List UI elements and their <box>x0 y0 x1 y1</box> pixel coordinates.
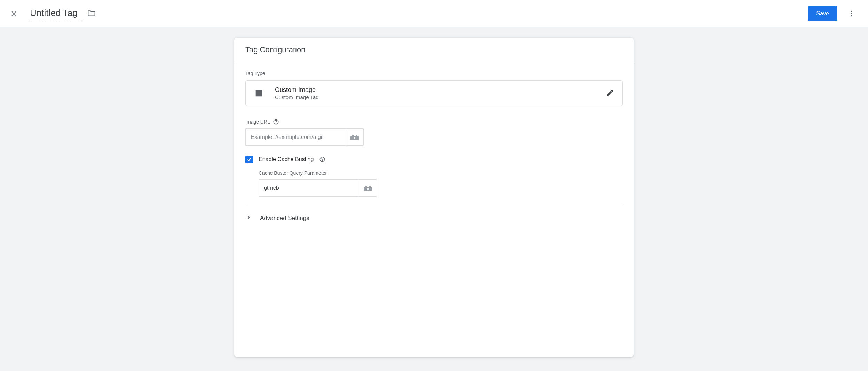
image-url-variable-button[interactable] <box>346 128 364 146</box>
tag-name-input[interactable] <box>29 7 81 20</box>
tag-configuration-card: Tag Configuration Tag Type Custom Image … <box>234 38 634 357</box>
svg-rect-16 <box>367 188 369 190</box>
help-icon <box>319 156 325 163</box>
image-url-field: Image URL <box>245 119 623 146</box>
svg-rect-8 <box>352 135 354 136</box>
folder-button[interactable] <box>87 9 96 18</box>
cache-buster-param-label: Cache Buster Query Parameter <box>259 170 623 176</box>
svg-point-4 <box>851 15 852 16</box>
cache-busting-label: Enable Cache Busting <box>259 156 314 163</box>
svg-point-2 <box>851 10 852 12</box>
advanced-settings-toggle[interactable]: Advanced Settings <box>234 205 634 231</box>
editor-header: Save <box>0 0 868 27</box>
cache-busting-row: Enable Cache Busting <box>245 156 623 163</box>
image-url-label: Image URL <box>245 119 270 125</box>
chevron-right-icon <box>245 214 252 222</box>
more-menu-button[interactable] <box>844 7 858 21</box>
pencil-icon <box>606 89 614 97</box>
svg-rect-9 <box>356 135 357 136</box>
editor-canvas: Tag Configuration Tag Type Custom Image … <box>0 27 868 371</box>
tag-type-name: Custom Image <box>275 86 319 94</box>
help-icon <box>273 119 279 125</box>
variable-brick-icon <box>363 184 373 191</box>
close-icon <box>10 10 17 17</box>
folder-icon <box>87 9 96 18</box>
edit-tag-type-button[interactable] <box>606 89 614 98</box>
svg-rect-15 <box>369 186 371 187</box>
svg-point-12 <box>322 160 323 161</box>
advanced-settings-label: Advanced Settings <box>260 215 309 222</box>
cache-busting-checkbox[interactable] <box>245 156 253 163</box>
svg-point-6 <box>276 123 276 123</box>
tag-type-selector[interactable]: Custom Image Custom Image Tag <box>245 80 623 106</box>
svg-point-3 <box>851 13 852 14</box>
tag-type-label: Tag Type <box>245 71 623 76</box>
image-url-input[interactable] <box>245 128 346 146</box>
more-vert-icon <box>847 10 855 17</box>
cache-buster-param-field: Cache Buster Query Parameter <box>259 170 623 197</box>
tag-type-description: Custom Image Tag <box>275 94 319 100</box>
card-title: Tag Configuration <box>234 38 634 62</box>
svg-rect-10 <box>354 137 355 139</box>
cache-busting-help[interactable] <box>319 156 325 163</box>
variable-brick-icon <box>350 134 360 141</box>
svg-rect-14 <box>365 186 367 187</box>
close-button[interactable] <box>10 9 18 18</box>
cache-buster-param-input[interactable] <box>259 179 359 197</box>
image-url-help[interactable] <box>273 119 279 125</box>
save-button[interactable]: Save <box>808 6 837 21</box>
image-icon <box>254 88 264 98</box>
check-icon <box>246 157 252 162</box>
cache-buster-variable-button[interactable] <box>359 179 377 197</box>
